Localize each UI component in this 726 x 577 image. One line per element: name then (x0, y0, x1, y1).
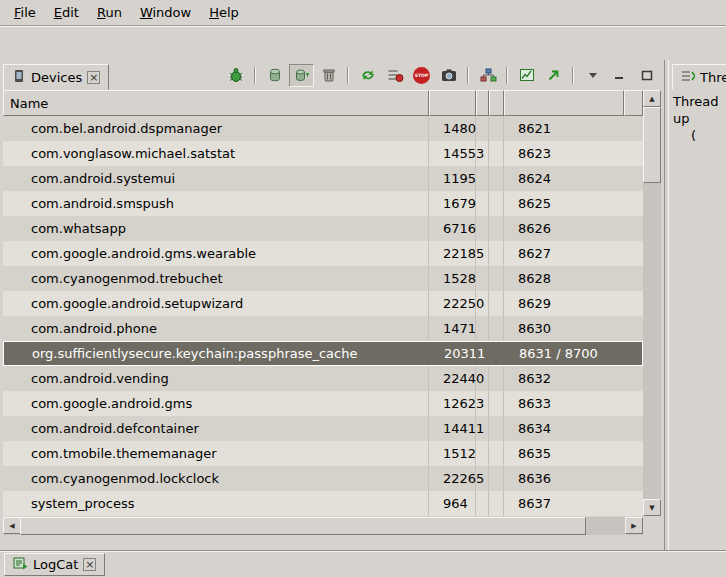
table-row[interactable]: org.sufficientlysecure.keychain:passphra… (3, 341, 643, 366)
view-menu-icon[interactable] (580, 64, 605, 87)
stop-profiling-icon[interactable] (382, 64, 407, 87)
empty-cell (476, 166, 489, 191)
method-profiling-icon[interactable] (514, 64, 539, 87)
scroll-down-icon[interactable]: ▼ (643, 499, 661, 516)
table-row[interactable]: com.cyanogenmod.trebuchet 1528 8628 (3, 266, 643, 291)
devices-tabbar: Devices × (0, 60, 664, 90)
close-tab-icon[interactable]: × (83, 558, 96, 571)
table-row[interactable]: com.android.vending 22440 8632 (3, 366, 643, 391)
process-name-cell: com.google.android.setupwizard (3, 291, 429, 316)
table-row[interactable]: com.tmobile.thememanager 1512 8635 (3, 441, 643, 466)
filler-cell (625, 342, 642, 365)
tab-threads[interactable]: Threads (672, 64, 726, 90)
port-cell: 8631 / 8700 (505, 342, 625, 365)
menu-edit[interactable]: Edit (45, 2, 88, 24)
empty-cell (489, 116, 504, 141)
process-name-cell: com.android.defcontainer (3, 416, 429, 441)
filler-cell (624, 416, 643, 441)
screen-capture-icon[interactable] (436, 64, 461, 87)
table-row[interactable]: com.whatsapp 6716 8626 (3, 216, 643, 241)
process-name-cell: com.android.vending (3, 366, 429, 391)
table-row[interactable]: system_process 964 8637 (3, 491, 643, 516)
menubar: File Edit Run Window Help (0, 0, 726, 26)
empty-cell (489, 441, 504, 466)
ui-hierarchy-icon[interactable] (475, 64, 500, 87)
table-row[interactable]: com.android.systemui 1195 8624 (3, 166, 643, 191)
empty-cell (489, 316, 504, 341)
tab-devices[interactable]: Devices × (3, 64, 109, 90)
table-row[interactable]: com.google.android.setupwizard 22250 862… (3, 291, 643, 316)
pid-cell: 1480 (429, 116, 476, 141)
pid-cell: 964 (429, 491, 476, 516)
menu-run[interactable]: Run (88, 2, 131, 24)
table-row[interactable]: com.android.defcontainer 14411 8634 (3, 416, 643, 441)
process-name-cell: com.bel.android.dspmanager (3, 116, 429, 141)
bottom-tabbar: LogCat × (0, 550, 726, 577)
process-name-cell: com.tmobile.thememanager (3, 441, 429, 466)
scroll-right-icon[interactable]: ▶ (625, 517, 643, 534)
tab-logcat[interactable]: LogCat × (4, 553, 105, 576)
empty-cell (489, 491, 504, 516)
horizontal-scrollbar-thumb[interactable] (20, 517, 586, 535)
table-row[interactable]: com.google.android.gms 12623 8633 (3, 391, 643, 416)
logcat-tab-icon (13, 556, 28, 573)
devices-toolbar: STOP (223, 60, 664, 90)
filler-cell (624, 166, 643, 191)
scroll-left-icon[interactable]: ◀ (3, 517, 21, 534)
update-threads-icon[interactable] (355, 64, 380, 87)
menu-file[interactable]: File (5, 2, 45, 24)
filler-cell (624, 141, 643, 166)
empty-cell (476, 316, 489, 341)
scroll-up-icon[interactable]: ▲ (643, 90, 661, 107)
update-heap-icon[interactable] (262, 64, 287, 87)
table-row[interactable]: com.cyanogenmod.lockclock 22265 8636 (3, 466, 643, 491)
debug-process-icon[interactable] (223, 64, 248, 87)
filler-cell (624, 216, 643, 241)
logcat-tab-label: LogCat (33, 557, 78, 572)
column-header[interactable] (476, 90, 489, 116)
vertical-scrollbar-thumb[interactable] (643, 107, 661, 183)
minimize-icon[interactable] (607, 64, 632, 87)
empty-cell (489, 166, 504, 191)
threads-tab-icon (681, 69, 695, 86)
table-row[interactable]: com.bel.android.dspmanager 1480 8621 (3, 116, 643, 141)
table-row[interactable]: com.android.smspush 1679 8625 (3, 191, 643, 216)
close-tab-icon[interactable]: × (87, 71, 100, 84)
port-cell: 8624 (504, 166, 624, 191)
stop-process-icon[interactable]: STOP (409, 64, 434, 87)
device-table: Name com.bel.android.dspmanager 1480 862… (3, 90, 661, 516)
pid-cell: 1471 (429, 316, 476, 341)
menu-window[interactable]: Window (131, 2, 200, 24)
table-row[interactable]: com.google.android.gms.wearable 22185 86… (3, 241, 643, 266)
threads-message: Thread up ( (669, 90, 726, 144)
devices-tab-label: Devices (31, 70, 82, 85)
menu-help[interactable]: Help (200, 2, 248, 24)
stop-circle: STOP (413, 67, 430, 84)
port-cell: 8634 (504, 416, 624, 441)
pid-cell: 6716 (429, 216, 476, 241)
maximize-icon[interactable] (634, 64, 659, 87)
threads-message-line1: Thread up (673, 93, 726, 127)
threads-tab-label: Threads (700, 70, 726, 85)
filler-cell (624, 241, 643, 266)
heap-updates-toggle-icon[interactable] (289, 64, 314, 87)
horizontal-scrollbar-row: ◀ ▶ (3, 517, 661, 535)
empty-cell (490, 342, 505, 365)
vertical-scrollbar[interactable]: ▲ ▼ (643, 90, 661, 516)
filler-cell (624, 191, 643, 216)
pid-cell: 12623 (429, 391, 476, 416)
column-header[interactable] (489, 90, 504, 116)
pid-column-header[interactable] (429, 90, 476, 116)
horizontal-scrollbar[interactable]: ◀ ▶ (3, 517, 643, 535)
hprof-dump-icon[interactable] (541, 64, 566, 87)
name-column-header[interactable]: Name (3, 90, 429, 116)
table-row[interactable]: com.vonglasow.michael.satstat 14553 8623 (3, 141, 643, 166)
scrollbar-corner (643, 517, 661, 535)
table-row[interactable]: com.android.phone 1471 8630 (3, 316, 643, 341)
cause-gc-icon[interactable] (316, 64, 341, 87)
port-cell: 8636 (504, 466, 624, 491)
toolbar-separator (347, 67, 349, 84)
port-cell: 8630 (504, 316, 624, 341)
port-cell: 8637 (504, 491, 624, 516)
port-column-header[interactable] (504, 90, 624, 116)
